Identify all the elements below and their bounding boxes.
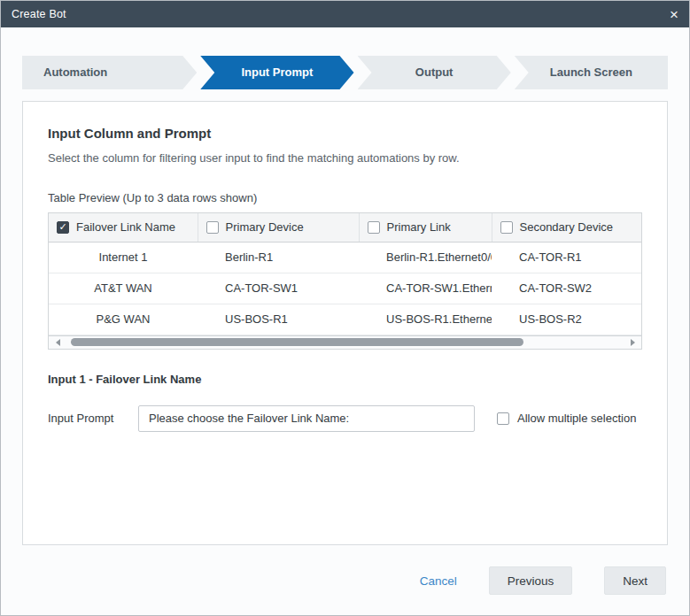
table-row: AT&T WAN CA-TOR-SW1 CA-TOR-SW1.Ethernet1…	[49, 273, 642, 304]
dialog-title: Create Bot	[12, 8, 66, 20]
step-automation-label: Automation	[43, 65, 107, 79]
column-label: Primary Device	[226, 220, 304, 234]
input-prompt-panel: Input Column and Prompt Select the colum…	[22, 101, 668, 545]
step-launch-screen-label: Launch Screen	[550, 65, 632, 79]
cell-primary-device: US-BOS-R1	[198, 304, 359, 335]
step-launch-screen[interactable]: Launch Screen	[515, 56, 668, 89]
column-header-primary-link: Primary Link	[359, 213, 492, 242]
table-row: P&G WAN US-BOS-R1 US-BOS-R1.Ethernet0/1 …	[49, 304, 642, 335]
cancel-button[interactable]: Cancel	[420, 574, 457, 588]
cell-secondary-device: CA-TOR-R1	[492, 242, 642, 273]
step-input-prompt-label: Input Prompt	[241, 65, 313, 79]
wizard-stepper: Automation Input Prompt Output Launch Sc…	[22, 56, 668, 89]
cell-primary-link: US-BOS-R1.Ethernet0/1	[359, 304, 492, 335]
column-label: Failover Link Name	[76, 220, 175, 234]
table-preview: Failover Link Name Primary Device	[48, 212, 642, 335]
panel-description: Select the column for filtering user inp…	[48, 151, 642, 165]
table-preview-caption: Table Preview (Up to 3 data rows shown)	[48, 191, 642, 204]
step-input-prompt[interactable]: Input Prompt	[200, 56, 353, 89]
prompt-row: Input Prompt Allow multiple selection	[48, 405, 642, 432]
panel-heading: Input Column and Prompt	[48, 126, 642, 141]
cell-failover-link-name: Internet 1	[49, 242, 198, 273]
close-icon[interactable]: ×	[670, 7, 678, 22]
cell-failover-link-name: P&G WAN	[49, 304, 198, 335]
column-header-primary-device: Primary Device	[198, 213, 359, 242]
scrollbar-track[interactable]	[66, 338, 624, 346]
input-section-heading: Input 1 - Failover Link Name	[48, 373, 642, 386]
create-bot-dialog: Create Bot × Automation Input Prompt Out…	[0, 0, 690, 616]
table-header-row: Failover Link Name Primary Device	[49, 213, 642, 242]
step-output-label: Output	[415, 65, 454, 79]
table-row: Internet 1 Berlin-R1 Berlin-R1.Ethernet0…	[49, 242, 642, 273]
cell-primary-device: Berlin-R1	[198, 242, 359, 273]
dialog-header: Create Bot ×	[1, 1, 689, 27]
next-button[interactable]: Next	[604, 566, 666, 595]
cell-primary-device: CA-TOR-SW1	[198, 273, 359, 304]
step-automation[interactable]: Automation	[22, 56, 197, 89]
cell-primary-link: Berlin-R1.Ethernet0/0	[359, 242, 492, 273]
input-prompt-label: Input Prompt	[48, 412, 138, 425]
allow-multiple-selection: Allow multiple selection	[497, 412, 636, 425]
cell-secondary-device: CA-TOR-SW2	[492, 273, 642, 304]
scrollbar-thumb[interactable]	[71, 338, 523, 346]
scroll-left-icon[interactable]	[52, 339, 63, 346]
cell-secondary-device: US-BOS-R2	[492, 304, 642, 335]
column-header-failover-link-name: Failover Link Name	[49, 213, 198, 242]
column-header-secondary-device: Secondary Device	[492, 213, 642, 242]
cell-failover-link-name: AT&T WAN	[49, 273, 198, 304]
horizontal-scrollbar[interactable]	[48, 335, 642, 350]
cell-primary-link: CA-TOR-SW1.Ethernet1/0	[359, 273, 492, 304]
input-prompt-field[interactable]	[138, 405, 475, 432]
allow-multiple-selection-checkbox[interactable]	[497, 412, 509, 425]
column-checkbox-secondary-device[interactable]	[500, 221, 513, 234]
scroll-right-icon[interactable]	[627, 339, 638, 346]
allow-multiple-selection-label: Allow multiple selection	[517, 412, 636, 425]
column-label: Primary Link	[387, 220, 451, 234]
previous-button[interactable]: Previous	[489, 566, 573, 595]
column-checkbox-primary-device[interactable]	[206, 221, 219, 234]
step-output[interactable]: Output	[358, 56, 511, 89]
column-checkbox-failover-link-name[interactable]	[57, 221, 69, 234]
column-label: Secondary Device	[520, 220, 614, 234]
column-checkbox-primary-link[interactable]	[368, 221, 380, 234]
dialog-footer: Cancel Previous Next	[1, 566, 689, 595]
